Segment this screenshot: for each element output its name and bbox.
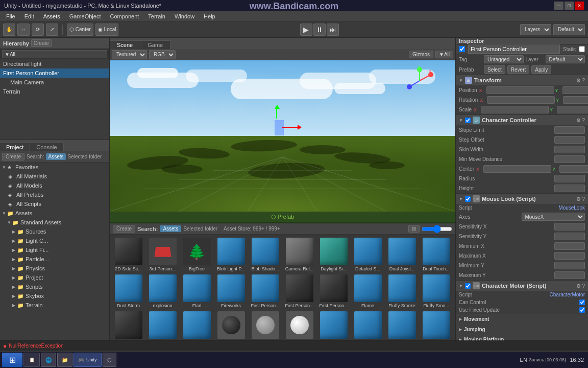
inspector-active-checkbox[interactable] [459, 46, 465, 52]
taskbar-explorer[interactable]: 📁 [57, 353, 72, 367]
asset-item-0[interactable]: 2D Side Sc... [112, 237, 145, 272]
ml-minx-input[interactable]: -360 [554, 242, 585, 250]
tree-lightc[interactable]: ▶ 📁 Light C... [0, 236, 109, 245]
inspector-tag-dropdown[interactable]: Untagged [484, 55, 524, 63]
hierarchy-create-btn[interactable]: Create [31, 39, 52, 47]
gizmos-all-btn[interactable]: ▼All [435, 51, 453, 58]
asset-item-7[interactable]: Detailed S... [351, 237, 384, 272]
scene-view[interactable]: X Y Z [110, 60, 455, 212]
hierarchy-item-directional-light[interactable]: Directional light [0, 59, 109, 68]
asset-grid-view-btn[interactable]: ⊞ [408, 225, 420, 233]
inspector-char-ctrl-header[interactable]: ▼ ⊙ Character Controller ⚙ ? [456, 115, 588, 125]
ml-sensy-input[interactable]: 0 [554, 233, 585, 240]
asset-size-slider[interactable] [422, 225, 452, 233]
tree-project[interactable]: ▶ 📁 Project [0, 273, 109, 282]
char-ctrl-gear-icon[interactable]: ⚙ [576, 118, 581, 123]
cm-moving-platform-subsection[interactable]: ▶ Moving Platform [456, 334, 588, 340]
char-motor-question-icon[interactable]: ? [582, 283, 585, 289]
cm-fixedupdate-cb[interactable] [579, 307, 585, 313]
tree-all-prefabs[interactable]: ◈ All Prefabs [0, 190, 109, 199]
cm-jumping-subsection[interactable]: ▶ Jumping [456, 324, 588, 334]
hierarchy-item-terrain[interactable]: Terrain [0, 87, 109, 96]
ml-maxy-input[interactable]: 0 [554, 271, 585, 279]
taskbar-vs[interactable]: ⬡ [103, 353, 116, 367]
pos-x-input[interactable]: 1029.426 [486, 86, 554, 94]
mouse-look-enabled-cb[interactable] [465, 196, 471, 202]
asset-item-18[interactable]: Fluffy Smoke [385, 273, 419, 309]
asset-item-6[interactable]: Daylight Si... [317, 237, 350, 272]
char-motor-enabled-cb[interactable] [465, 283, 471, 289]
asset-item-24[interactable]: Player Relat... [249, 310, 282, 340]
asset-item-14[interactable]: First Person... [249, 273, 282, 309]
asset-item-8[interactable]: Dual Joyst... [385, 237, 419, 272]
mouse-look-gear-icon[interactable]: ⚙ [576, 196, 581, 202]
scale-y-input[interactable]: 1 [557, 106, 588, 113]
transform-gear-icon[interactable]: ⚙ [576, 78, 581, 83]
menu-edit[interactable]: Edit [20, 12, 38, 20]
step-button[interactable]: ⏭ [327, 24, 339, 36]
taskbar-unity[interactable]: 🎮 Unity [74, 353, 102, 367]
asset-item-12[interactable]: Flarl [180, 273, 213, 309]
asset-item-27[interactable]: Single Tou... [351, 310, 384, 340]
asset-assets-tag[interactable]: Assets [160, 225, 181, 232]
space-local-btn[interactable]: ◉ Local [95, 24, 119, 36]
tool-move[interactable]: ↔ [17, 24, 30, 36]
rgb-dropdown[interactable]: RGB [149, 50, 176, 59]
close-button[interactable]: ✕ [575, 2, 584, 10]
hierarchy-search-input[interactable] [2, 50, 107, 58]
asset-item-4[interactable]: Blob Shado... [249, 237, 282, 272]
asset-item-22[interactable]: Light Snow [180, 310, 213, 340]
inspector-revert-btn[interactable]: Revert [507, 65, 529, 74]
pause-button[interactable]: ⏸ [313, 24, 326, 36]
layers-dropdown[interactable]: Layers [520, 24, 551, 35]
asset-item-23[interactable]: Nighttime S... [214, 310, 248, 340]
asset-item-25[interactable]: Roll A Ball [283, 310, 316, 340]
render-mode-dropdown[interactable]: Textured [112, 50, 147, 59]
asset-item-1[interactable]: 3rd Person... [146, 237, 179, 272]
cm-canctrl-cb[interactable] [579, 300, 585, 305]
slope-limit-input[interactable]: 45 [554, 126, 585, 134]
asset-item-28[interactable]: Small explo... [385, 310, 419, 340]
asset-item-16[interactable]: First Person... [317, 273, 350, 309]
pos-y-input[interactable]: 184.9144 [562, 86, 588, 94]
tab-console[interactable]: Console [30, 143, 63, 151]
asset-item-13[interactable]: Fireworks [214, 273, 248, 309]
hierarchy-item-main-camera[interactable]: Main Camera [0, 78, 109, 87]
ml-miny-input[interactable]: 0 [554, 262, 585, 269]
asset-item-11[interactable]: explosion [146, 273, 179, 309]
tool-hand[interactable]: ✋ [3, 24, 15, 36]
tree-assets[interactable]: ▼ 📁 Assets [0, 209, 109, 218]
asset-item-29[interactable]: small flames [420, 310, 453, 340]
inspector-transform-header[interactable]: ▼ ⊞ Transform ⚙ ? [456, 75, 588, 85]
menu-component[interactable]: Component [106, 12, 143, 20]
gizmos-btn[interactable]: Gizmos [409, 51, 433, 58]
tree-terrain-folder[interactable]: ▶ 📁 Terrain [0, 301, 109, 310]
asset-item-15[interactable]: First Person... [283, 273, 316, 309]
project-create-btn[interactable]: Create [2, 153, 24, 160]
char-motor-gear-icon[interactable]: ⚙ [576, 283, 581, 289]
asset-create-btn[interactable]: Create [113, 225, 135, 233]
center-y-input[interactable]: 0 [559, 165, 588, 173]
min-move-input[interactable]: 0 [554, 155, 585, 163]
minimize-button[interactable]: ─ [554, 2, 564, 10]
asset-item-19[interactable]: Fluffy Smo... [420, 273, 453, 309]
tree-lightf[interactable]: ▶ 📁 Light Fi... [0, 245, 109, 255]
tree-skybox[interactable]: ▶ 📁 Skybox [0, 291, 109, 301]
menu-file[interactable]: File [2, 12, 19, 20]
inspector-apply-btn[interactable]: Apply [531, 65, 551, 74]
tab-project[interactable]: Project [0, 143, 30, 151]
inspector-mouse-look-header[interactable]: ▼ C# Mouse Look (Script) ⚙ ? [456, 194, 588, 204]
taskbar-ie[interactable]: 🌐 [41, 353, 56, 367]
layout-dropdown[interactable]: Default [553, 24, 585, 35]
tree-standard[interactable]: ▼ 📁 Standard Assets [0, 218, 109, 227]
tool-rotate[interactable]: ⟳ [32, 24, 44, 36]
pivot-center-btn[interactable]: ⬡ Center [67, 24, 93, 36]
mouse-look-question-icon[interactable]: ? [582, 196, 585, 202]
tab-scene[interactable]: Scene [110, 40, 140, 49]
menu-terrain[interactable]: Terrain [144, 12, 169, 20]
tree-favorites[interactable]: ▼ ★ Favorites [0, 163, 109, 172]
inspector-select-btn[interactable]: Select [484, 65, 505, 74]
char-ctrl-enabled-cb[interactable] [465, 118, 471, 123]
ml-axes-dropdown[interactable]: MouseX [522, 213, 585, 221]
step-offset-input[interactable]: 0.4 [554, 136, 585, 144]
